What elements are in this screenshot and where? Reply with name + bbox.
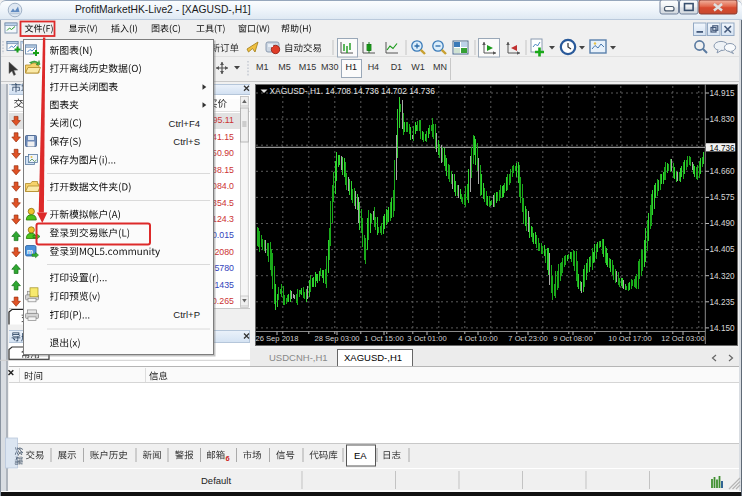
svg-text:Ctrl+F4: Ctrl+F4 — [169, 118, 200, 129]
svg-text:Ctrl+S: Ctrl+S — [173, 136, 200, 147]
svg-text:m: m — [27, 248, 33, 255]
svg-text:Ctrl+P: Ctrl+P — [173, 309, 200, 320]
